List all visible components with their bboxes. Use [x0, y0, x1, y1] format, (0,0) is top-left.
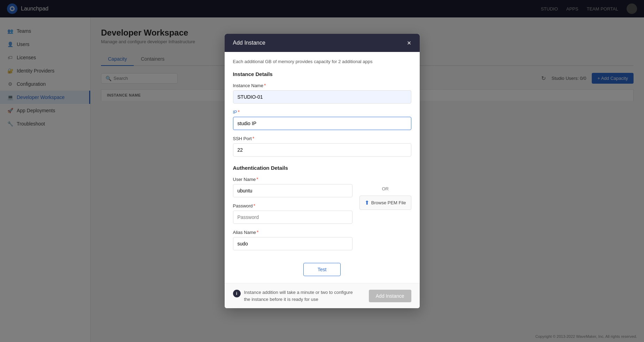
ip-required: *	[238, 109, 240, 115]
instance-name-input[interactable]	[233, 90, 411, 104]
auth-details-title: Authentication Details	[233, 165, 411, 171]
add-instance-modal: Add Instance × Each additional GB of mem…	[225, 34, 420, 308]
instance-details-title: Instance Details	[233, 71, 411, 77]
auth-grid: User Name * Password *	[233, 176, 411, 256]
ssh-port-input[interactable]	[233, 143, 411, 157]
modal-body: Each additional GB of memory provides ca…	[225, 52, 420, 283]
ssh-port-required: *	[253, 136, 254, 141]
info-icon: i	[233, 290, 241, 297]
auth-right: OR ⬆ Browse PEM File	[359, 176, 411, 210]
alias-name-input[interactable]	[233, 237, 352, 250]
footer-text: Instance addition will take a minute or …	[244, 289, 353, 303]
modal-overlay: Add Instance × Each additional GB of mem…	[0, 0, 644, 342]
upload-icon: ⬆	[365, 199, 369, 206]
instance-name-group: Instance Name *	[233, 83, 411, 104]
ip-input[interactable]	[233, 117, 411, 130]
add-instance-button[interactable]: Add Instance	[369, 290, 411, 302]
browse-pem-button[interactable]: ⬆ Browse PEM File	[359, 196, 411, 210]
password-group: Password *	[233, 203, 352, 224]
ip-group: IP *	[233, 109, 411, 130]
modal-info-text: Each additional GB of memory provides ca…	[233, 59, 411, 64]
alias-name-label: Alias Name *	[233, 229, 352, 235]
modal-header: Add Instance ×	[225, 34, 420, 52]
ssh-port-label: SSH Port *	[233, 136, 411, 141]
modal-title: Add Instance	[233, 40, 265, 46]
username-label: User Name *	[233, 176, 352, 182]
modal-footer: i Instance addition will take a minute o…	[225, 283, 420, 308]
footer-info: i Instance addition will take a minute o…	[233, 289, 353, 303]
instance-name-label: Instance Name *	[233, 83, 411, 88]
password-label: Password *	[233, 203, 352, 208]
test-button[interactable]: Test	[303, 263, 341, 276]
ip-label: IP *	[233, 109, 411, 115]
ssh-port-group: SSH Port *	[233, 136, 411, 157]
username-group: User Name *	[233, 176, 352, 197]
instance-name-required: *	[264, 83, 266, 88]
auth-left: User Name * Password *	[233, 176, 352, 256]
or-divider: OR	[382, 186, 389, 191]
password-input[interactable]	[233, 211, 352, 224]
alias-name-group: Alias Name *	[233, 229, 352, 250]
modal-close-button[interactable]: ×	[407, 39, 411, 46]
username-input[interactable]	[233, 184, 352, 197]
